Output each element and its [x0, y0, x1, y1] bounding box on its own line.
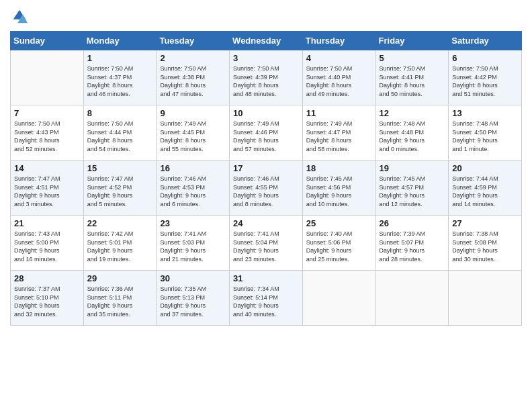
day-number: 11 [306, 108, 372, 118]
day-number: 5 [380, 53, 445, 63]
day-number: 6 [452, 53, 518, 63]
day-number: 8 [87, 108, 153, 118]
day-info: Sunrise: 7:50 AM Sunset: 4:42 PM Dayligh… [452, 64, 518, 98]
day-info: Sunrise: 7:35 AM Sunset: 5:13 PM Dayligh… [160, 285, 226, 318]
calendar-cell: 31Sunrise: 7:34 AM Sunset: 5:14 PM Dayli… [230, 271, 303, 326]
calendar-cell: 26Sunrise: 7:39 AM Sunset: 5:07 PM Dayli… [375, 216, 449, 271]
calendar-cell: 18Sunrise: 7:45 AM Sunset: 4:56 PM Dayli… [302, 161, 375, 216]
day-number: 9 [160, 108, 226, 118]
calendar-cell: 16Sunrise: 7:46 AM Sunset: 4:53 PM Dayli… [157, 161, 230, 216]
day-number: 16 [160, 163, 226, 173]
calendar-cell: 22Sunrise: 7:42 AM Sunset: 5:01 PM Dayli… [83, 216, 157, 271]
day-info: Sunrise: 7:48 AM Sunset: 4:50 PM Dayligh… [452, 120, 518, 153]
calendar-cell: 7Sunrise: 7:50 AM Sunset: 4:43 PM Daylig… [11, 105, 84, 161]
day-info: Sunrise: 7:41 AM Sunset: 5:04 PM Dayligh… [233, 230, 299, 263]
col-header-tuesday: Tuesday [157, 32, 230, 50]
day-number: 24 [233, 218, 299, 228]
day-number: 30 [160, 273, 226, 283]
day-info: Sunrise: 7:46 AM Sunset: 4:53 PM Dayligh… [160, 175, 226, 208]
calendar-cell: 14Sunrise: 7:47 AM Sunset: 4:51 PM Dayli… [11, 161, 84, 216]
calendar-cell: 2Sunrise: 7:50 AM Sunset: 4:38 PM Daylig… [157, 50, 230, 105]
calendar-cell: 10Sunrise: 7:49 AM Sunset: 4:46 PM Dayli… [230, 105, 303, 161]
calendar-cell [11, 50, 84, 105]
day-number: 31 [233, 273, 299, 283]
calendar-cell: 28Sunrise: 7:37 AM Sunset: 5:10 PM Dayli… [11, 271, 84, 326]
calendar-cell: 21Sunrise: 7:43 AM Sunset: 5:00 PM Dayli… [11, 216, 84, 271]
logo-icon [10, 7, 29, 26]
day-number: 3 [233, 53, 299, 63]
day-info: Sunrise: 7:42 AM Sunset: 5:01 PM Dayligh… [87, 230, 153, 263]
day-info: Sunrise: 7:47 AM Sunset: 4:52 PM Dayligh… [87, 175, 153, 208]
calendar-table: SundayMondayTuesdayWednesdayThursdayFrid… [10, 31, 522, 326]
calendar-cell: 27Sunrise: 7:38 AM Sunset: 5:08 PM Dayli… [449, 216, 522, 271]
day-number: 14 [14, 163, 80, 173]
calendar-cell: 1Sunrise: 7:50 AM Sunset: 4:37 PM Daylig… [83, 50, 157, 105]
calendar-cell: 24Sunrise: 7:41 AM Sunset: 5:04 PM Dayli… [230, 216, 303, 271]
day-number: 21 [14, 218, 80, 228]
col-header-wednesday: Wednesday [230, 32, 303, 50]
day-info: Sunrise: 7:49 AM Sunset: 4:45 PM Dayligh… [160, 120, 226, 153]
day-info: Sunrise: 7:50 AM Sunset: 4:44 PM Dayligh… [87, 120, 153, 153]
calendar-week-5: 28Sunrise: 7:37 AM Sunset: 5:10 PM Dayli… [11, 271, 522, 326]
day-number: 20 [452, 163, 518, 173]
day-info: Sunrise: 7:37 AM Sunset: 5:10 PM Dayligh… [14, 285, 80, 318]
day-number: 27 [452, 218, 518, 228]
calendar-cell: 3Sunrise: 7:50 AM Sunset: 4:39 PM Daylig… [230, 50, 303, 105]
calendar-cell: 13Sunrise: 7:48 AM Sunset: 4:50 PM Dayli… [449, 105, 522, 161]
day-number: 2 [160, 53, 226, 63]
calendar-cell: 23Sunrise: 7:41 AM Sunset: 5:03 PM Dayli… [157, 216, 230, 271]
calendar-cell: 29Sunrise: 7:36 AM Sunset: 5:11 PM Dayli… [83, 271, 157, 326]
day-number: 28 [14, 273, 80, 283]
calendar-cell [302, 271, 375, 326]
calendar-cell [375, 271, 449, 326]
day-info: Sunrise: 7:50 AM Sunset: 4:39 PM Dayligh… [233, 64, 299, 98]
calendar-cell: 20Sunrise: 7:44 AM Sunset: 4:59 PM Dayli… [449, 161, 522, 216]
day-number: 25 [306, 218, 372, 228]
day-info: Sunrise: 7:50 AM Sunset: 4:43 PM Dayligh… [14, 120, 80, 153]
day-info: Sunrise: 7:43 AM Sunset: 5:00 PM Dayligh… [14, 230, 80, 263]
day-info: Sunrise: 7:36 AM Sunset: 5:11 PM Dayligh… [87, 285, 153, 318]
page-container: SundayMondayTuesdayWednesdayThursdayFrid… [0, 0, 532, 332]
day-info: Sunrise: 7:49 AM Sunset: 4:47 PM Dayligh… [306, 120, 372, 153]
day-info: Sunrise: 7:50 AM Sunset: 4:41 PM Dayligh… [380, 64, 445, 98]
day-number: 1 [87, 53, 153, 63]
calendar-cell: 15Sunrise: 7:47 AM Sunset: 4:52 PM Dayli… [83, 161, 157, 216]
calendar-week-3: 14Sunrise: 7:47 AM Sunset: 4:51 PM Dayli… [11, 161, 522, 216]
page-header [10, 7, 522, 26]
calendar-week-1: 1Sunrise: 7:50 AM Sunset: 4:37 PM Daylig… [11, 50, 522, 105]
day-info: Sunrise: 7:49 AM Sunset: 4:46 PM Dayligh… [233, 120, 299, 153]
calendar-cell: 12Sunrise: 7:48 AM Sunset: 4:48 PM Dayli… [375, 105, 449, 161]
col-header-thursday: Thursday [302, 32, 375, 50]
day-number: 18 [306, 163, 372, 173]
day-info: Sunrise: 7:46 AM Sunset: 4:55 PM Dayligh… [233, 175, 299, 208]
calendar-cell: 11Sunrise: 7:49 AM Sunset: 4:47 PM Dayli… [302, 105, 375, 161]
day-info: Sunrise: 7:41 AM Sunset: 5:03 PM Dayligh… [160, 230, 226, 263]
day-number: 15 [87, 163, 153, 173]
calendar-cell: 9Sunrise: 7:49 AM Sunset: 4:45 PM Daylig… [157, 105, 230, 161]
day-info: Sunrise: 7:50 AM Sunset: 4:40 PM Dayligh… [306, 64, 372, 98]
calendar-week-2: 7Sunrise: 7:50 AM Sunset: 4:43 PM Daylig… [11, 105, 522, 161]
day-number: 10 [233, 108, 299, 118]
day-number: 17 [233, 163, 299, 173]
calendar-cell [449, 271, 522, 326]
day-info: Sunrise: 7:45 AM Sunset: 4:57 PM Dayligh… [380, 175, 445, 208]
day-number: 13 [452, 108, 518, 118]
day-info: Sunrise: 7:39 AM Sunset: 5:07 PM Dayligh… [380, 230, 445, 263]
day-number: 7 [14, 108, 80, 118]
calendar-cell: 8Sunrise: 7:50 AM Sunset: 4:44 PM Daylig… [83, 105, 157, 161]
calendar-week-4: 21Sunrise: 7:43 AM Sunset: 5:00 PM Dayli… [11, 216, 522, 271]
day-info: Sunrise: 7:34 AM Sunset: 5:14 PM Dayligh… [233, 285, 299, 318]
col-header-friday: Friday [375, 32, 449, 50]
col-header-sunday: Sunday [11, 32, 84, 50]
day-number: 22 [87, 218, 153, 228]
day-info: Sunrise: 7:44 AM Sunset: 4:59 PM Dayligh… [452, 175, 518, 208]
day-number: 29 [87, 273, 153, 283]
logo [10, 7, 30, 26]
day-number: 26 [380, 218, 445, 228]
day-number: 19 [380, 163, 445, 173]
day-info: Sunrise: 7:50 AM Sunset: 4:37 PM Dayligh… [87, 64, 153, 98]
calendar-cell: 25Sunrise: 7:40 AM Sunset: 5:06 PM Dayli… [302, 216, 375, 271]
day-info: Sunrise: 7:45 AM Sunset: 4:56 PM Dayligh… [306, 175, 372, 208]
calendar-cell: 17Sunrise: 7:46 AM Sunset: 4:55 PM Dayli… [230, 161, 303, 216]
day-info: Sunrise: 7:48 AM Sunset: 4:48 PM Dayligh… [380, 120, 445, 153]
